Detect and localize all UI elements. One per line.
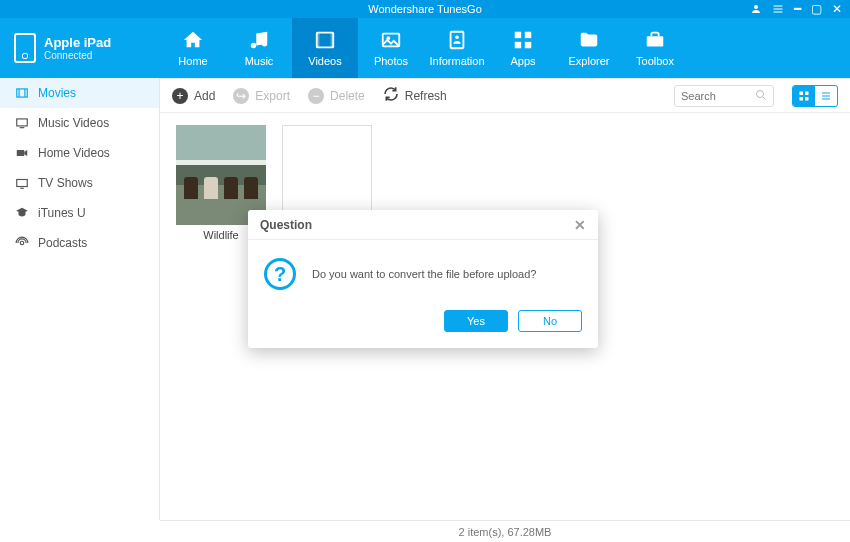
music-icon <box>247 29 271 51</box>
minus-icon: − <box>308 88 324 104</box>
screen-icon <box>14 116 30 130</box>
nav-videos[interactable]: Videos <box>292 18 358 78</box>
dialog-close-button[interactable]: ✕ <box>574 217 586 233</box>
svg-point-0 <box>754 5 758 9</box>
search-icon <box>755 87 767 105</box>
svg-point-10 <box>455 35 459 39</box>
toolbar: +Add ↪Export −Delete Refresh <box>160 79 850 113</box>
nav-label: Home <box>178 55 207 67</box>
svg-rect-19 <box>17 119 28 126</box>
user-icon[interactable] <box>750 3 762 15</box>
sidebar-label: Music Videos <box>38 116 109 130</box>
svg-rect-6 <box>331 33 334 48</box>
nav-toolbox[interactable]: Toolbox <box>622 18 688 78</box>
camera-icon <box>14 146 30 160</box>
delete-button[interactable]: −Delete <box>308 88 365 104</box>
svg-rect-22 <box>17 180 28 187</box>
tv-icon <box>14 176 30 190</box>
svg-rect-15 <box>647 36 664 46</box>
nav-apps[interactable]: Apps <box>490 18 556 78</box>
grid-view-button[interactable] <box>793 86 815 106</box>
view-toggle <box>792 85 838 107</box>
sidebar-item-itunes-u[interactable]: iTunes U <box>0 198 159 228</box>
svg-rect-13 <box>515 42 521 48</box>
nav-label: Videos <box>308 55 341 67</box>
sidebar-label: Home Videos <box>38 146 110 160</box>
device-name: Apple iPad <box>44 35 111 50</box>
toolbox-icon <box>643 29 667 51</box>
nav-label: Apps <box>510 55 535 67</box>
question-icon: ? <box>264 258 296 290</box>
nav-label: Photos <box>374 55 408 67</box>
refresh-button[interactable]: Refresh <box>383 86 447 105</box>
svg-rect-30 <box>805 97 809 101</box>
svg-rect-5 <box>317 33 320 48</box>
apps-icon <box>511 29 535 51</box>
dialog-title: Question <box>260 218 312 232</box>
graduation-icon <box>14 206 30 220</box>
svg-rect-28 <box>805 91 809 95</box>
sidebar-item-music-videos[interactable]: Music Videos <box>0 108 159 138</box>
svg-point-24 <box>20 241 24 245</box>
nav-home[interactable]: Home <box>160 18 226 78</box>
sidebar: Movies Music Videos Home Videos TV Shows… <box>0 78 160 520</box>
maximize-button[interactable]: ▢ <box>811 2 822 16</box>
status-bar: 2 item(s), 67.28MB <box>160 520 850 542</box>
nav-explorer[interactable]: Explorer <box>556 18 622 78</box>
svg-rect-11 <box>515 32 521 38</box>
sidebar-label: Podcasts <box>38 236 87 250</box>
add-button[interactable]: +Add <box>172 88 215 104</box>
svg-rect-12 <box>525 32 531 38</box>
svg-point-25 <box>757 90 764 97</box>
sidebar-item-podcasts[interactable]: Podcasts <box>0 228 159 258</box>
nav-label: Music <box>245 55 274 67</box>
refresh-icon <box>383 86 399 105</box>
export-icon: ↪ <box>233 88 249 104</box>
sidebar-label: iTunes U <box>38 206 86 220</box>
nav-photos[interactable]: Photos <box>358 18 424 78</box>
nav-label: Information <box>429 55 484 67</box>
menu-icon[interactable] <box>772 3 784 15</box>
dialog-message: Do you want to convert the file before u… <box>312 268 536 280</box>
home-icon <box>181 29 205 51</box>
sidebar-label: TV Shows <box>38 176 93 190</box>
titlebar: Wondershare TunesGo ━ ▢ ✕ <box>0 0 850 18</box>
svg-rect-9 <box>451 32 464 49</box>
sidebar-item-home-videos[interactable]: Home Videos <box>0 138 159 168</box>
sidebar-label: Movies <box>38 86 76 100</box>
film-icon <box>14 86 30 100</box>
status-text: 2 item(s), 67.28MB <box>459 526 552 538</box>
yes-button[interactable]: Yes <box>444 310 508 332</box>
nav-information[interactable]: Information <box>424 18 490 78</box>
device-panel[interactable]: Apple iPad Connected <box>0 18 160 78</box>
folder-icon <box>577 29 601 51</box>
nav-music[interactable]: Music <box>226 18 292 78</box>
videos-icon <box>313 29 337 51</box>
list-view-button[interactable] <box>815 86 837 106</box>
no-button[interactable]: No <box>518 310 582 332</box>
export-button[interactable]: ↪Export <box>233 88 290 104</box>
main-nav: Home Music Videos Photos Information App… <box>160 18 688 78</box>
podcast-icon <box>14 236 30 250</box>
contacts-icon <box>445 29 469 51</box>
search-input[interactable] <box>681 90 755 102</box>
nav-label: Explorer <box>569 55 610 67</box>
svg-rect-27 <box>800 91 804 95</box>
search-box[interactable] <box>674 85 774 107</box>
svg-rect-29 <box>800 97 804 101</box>
nav-label: Toolbox <box>636 55 674 67</box>
header: Apple iPad Connected Home Music Videos P… <box>0 18 850 78</box>
svg-rect-21 <box>17 150 25 156</box>
sidebar-item-tv-shows[interactable]: TV Shows <box>0 168 159 198</box>
plus-icon: + <box>172 88 188 104</box>
minimize-button[interactable]: ━ <box>794 2 801 16</box>
svg-rect-16 <box>17 89 28 97</box>
sidebar-item-movies[interactable]: Movies <box>0 78 159 108</box>
tablet-icon <box>14 33 36 63</box>
svg-line-26 <box>763 96 766 99</box>
close-button[interactable]: ✕ <box>832 2 842 16</box>
app-title: Wondershare TunesGo <box>368 3 482 15</box>
device-status: Connected <box>44 50 111 61</box>
question-dialog: Question ✕ ? Do you want to convert the … <box>248 210 598 348</box>
svg-rect-14 <box>525 42 531 48</box>
